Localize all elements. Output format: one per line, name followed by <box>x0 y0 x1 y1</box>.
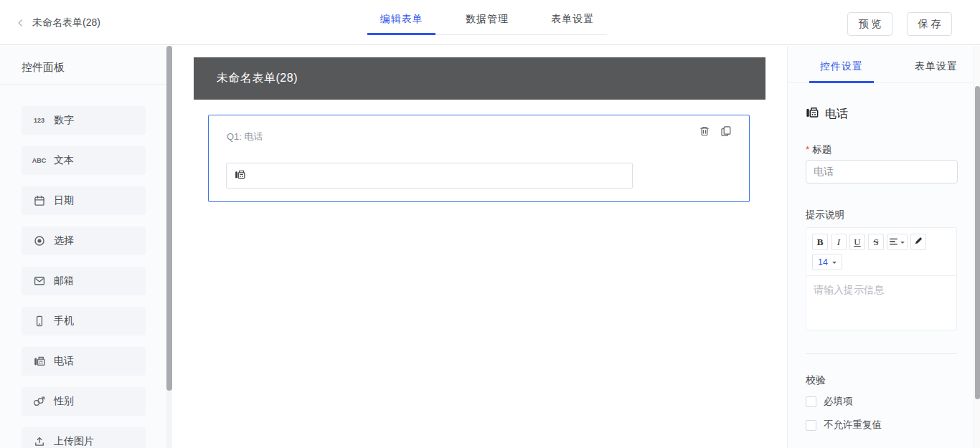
fax-icon <box>235 169 245 183</box>
sidebar-scrollbar-thumb[interactable] <box>166 46 172 391</box>
form-builder-app: 未命名表单(28) 编辑表单 数据管理 表单设置 预览 保存 控件面板 123 … <box>0 0 980 448</box>
widget-panel-header: 控件面板 <box>0 46 166 85</box>
chevron-down-icon <box>832 262 837 266</box>
widget-item-label: 日期 <box>54 194 74 207</box>
widget-item-text[interactable]: ABC 文本 <box>22 146 146 175</box>
form-title-header[interactable]: 未命名表单(28) <box>194 57 765 100</box>
bold-button[interactable]: B <box>812 234 828 250</box>
widget-item-label: 手机 <box>54 315 74 328</box>
widget-item-mobile[interactable]: 手机 <box>22 307 146 335</box>
settings-panel-tabs: 控件设置 表单设置 <box>788 46 974 83</box>
phone-answer-input[interactable] <box>226 163 633 189</box>
strikethrough-button[interactable]: S <box>868 234 884 250</box>
widget-item-label: 性别 <box>54 395 74 408</box>
text-icon: ABC <box>32 157 46 164</box>
mobile-icon <box>32 315 46 327</box>
required-mark: * <box>806 144 809 155</box>
widget-item-email[interactable]: 邮箱 <box>22 267 146 295</box>
chevron-down-icon <box>900 242 905 246</box>
widget-item-phone[interactable]: 电话 <box>22 347 146 376</box>
calendar-icon <box>32 195 46 206</box>
editor-toolbar: B I U S <box>806 228 956 276</box>
settings-panel: 控件设置 表单设置 电话 *标题 提示说明 <box>787 46 974 448</box>
widget-item-label: 上传图片 <box>54 435 94 448</box>
hint-rich-text-editor: B I U S <box>806 227 957 330</box>
page-scrollbar-thumb[interactable] <box>975 86 980 399</box>
no-duplicate-checkbox-label: 不允许重复值 <box>824 419 882 432</box>
align-dropdown-button[interactable] <box>887 234 908 250</box>
widget-item-date[interactable]: 日期 <box>22 186 146 215</box>
validation-section-label: 校验 <box>806 374 826 387</box>
fax-icon <box>806 106 819 122</box>
required-checkbox-row[interactable]: 必填项 <box>806 395 853 408</box>
sidebar-scrollbar[interactable] <box>166 46 172 448</box>
mail-icon <box>32 275 46 287</box>
widget-heading: 电话 <box>806 106 848 122</box>
tab-form-settings-panel[interactable]: 表单设置 <box>904 46 969 82</box>
required-checkbox-label: 必填项 <box>824 395 853 408</box>
widget-heading-title: 电话 <box>825 107 848 122</box>
section-divider <box>806 353 957 354</box>
hint-placeholder: 请输入提示信息 <box>814 284 884 295</box>
title-input[interactable] <box>806 160 958 184</box>
question-actions <box>698 125 732 137</box>
widget-item-label: 文本 <box>54 154 74 167</box>
form-title: 未命名表单(28) <box>217 71 298 86</box>
italic-button[interactable]: I <box>831 234 847 250</box>
font-size-dropdown[interactable]: 14 <box>812 254 842 270</box>
required-checkbox[interactable] <box>806 396 816 407</box>
widget-panel-title: 控件面板 <box>22 61 65 75</box>
text-color-button[interactable] <box>910 234 926 250</box>
upload-icon <box>32 436 46 447</box>
align-lines-icon <box>890 237 897 248</box>
no-duplicate-checkbox-row[interactable]: 不允许重复值 <box>806 419 882 432</box>
tab-data-management[interactable]: 数据管理 <box>453 0 521 34</box>
question-card-selected[interactable]: Q1: 电话 <box>208 115 750 202</box>
pen-icon <box>914 236 923 248</box>
widget-item-gender[interactable]: 性别 <box>22 387 146 416</box>
radio-icon <box>32 235 46 247</box>
widget-panel-sidebar: 控件面板 123 数字 ABC 文本 日期 <box>0 46 166 448</box>
preview-button[interactable]: 预览 <box>847 12 892 36</box>
topbar: 未命名表单(28) 编辑表单 数据管理 表单设置 预览 保存 <box>0 0 980 45</box>
widget-item-choice[interactable]: 选择 <box>22 227 146 255</box>
form-canvas: 未命名表单(28) Q1: 电话 <box>172 46 787 448</box>
delete-icon[interactable] <box>698 125 710 137</box>
question-label: Q1: 电话 <box>227 130 263 143</box>
tab-widget-settings[interactable]: 控件设置 <box>809 46 874 82</box>
widget-item-upload-image[interactable]: 上传图片 <box>22 427 146 448</box>
no-duplicate-checkbox[interactable] <box>806 420 816 431</box>
copy-icon[interactable] <box>720 125 732 137</box>
fax-icon <box>32 356 46 367</box>
title-field-label: *标题 <box>806 143 831 156</box>
widget-item-label: 选择 <box>54 234 74 247</box>
page-scrollbar[interactable] <box>974 46 980 448</box>
back-button[interactable]: 未命名表单(28) <box>16 0 100 45</box>
gender-icon <box>32 396 46 407</box>
tab-edit-form[interactable]: 编辑表单 <box>367 0 435 34</box>
chevron-left-icon <box>16 18 25 28</box>
main-tabs: 编辑表单 数据管理 表单设置 <box>367 0 607 35</box>
tab-form-settings[interactable]: 表单设置 <box>539 0 607 34</box>
widget-item-label: 邮箱 <box>54 275 74 287</box>
number-icon: 123 <box>32 117 46 124</box>
widget-item-label: 数字 <box>54 114 74 127</box>
underline-button[interactable]: U <box>849 234 865 250</box>
widget-item-number[interactable]: 123 数字 <box>22 106 146 135</box>
widget-item-label: 电话 <box>54 355 74 368</box>
hint-editor-area[interactable]: 请输入提示信息 <box>806 276 956 305</box>
hint-section-label: 提示说明 <box>806 209 844 221</box>
document-title: 未命名表单(28) <box>32 16 100 29</box>
save-button[interactable]: 保存 <box>907 12 952 36</box>
